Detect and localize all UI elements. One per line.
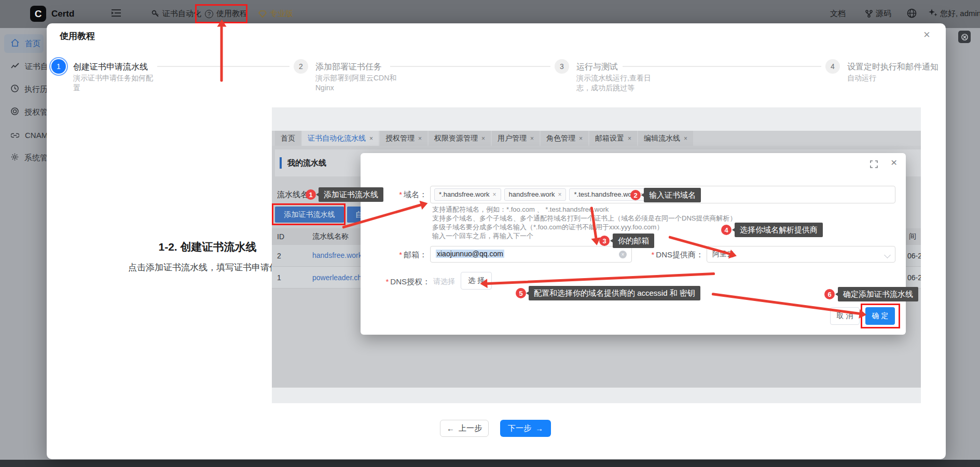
clock-icon [11, 85, 19, 94]
domain-help-text: 支持通配符域名，例如：*.foo.com 、 *.test.handsfree.… [432, 205, 736, 240]
home-icon [11, 39, 19, 48]
step-2-circle: 2 [294, 59, 308, 74]
step-connector [623, 66, 821, 67]
sparkles-icon[interactable] [928, 8, 938, 18]
annotation-badge-4: 4 [721, 225, 731, 235]
tab-cert-pipeline[interactable]: 证书自动化流水线× [302, 131, 379, 146]
certd-logo-icon: C [30, 6, 46, 22]
dns-provider-label: *DNS提供商： [643, 250, 703, 260]
col-name: 流水线名称 [312, 232, 349, 241]
annotation-tip-2: 输入证书域名 [644, 188, 701, 202]
tab-close-icon[interactable]: × [418, 135, 422, 142]
tab-home[interactable]: 首页 [275, 131, 301, 146]
step-1-circle: 1 [51, 59, 66, 74]
menu-pro-edition[interactable]: 专业版 [258, 9, 293, 19]
fullscreen-icon[interactable] [870, 160, 878, 170]
email-label: *邮箱： [371, 250, 427, 260]
annotation-badge-5: 5 [516, 288, 526, 298]
embed-tabbar: 首页 证书自动化流水线× 授权管理× 权限资源管理× 用户管理× 角色管理× 邮… [272, 131, 921, 146]
tutorial-modal-title: 使用教程 [60, 30, 95, 42]
step-3-title: 运行与测试 [576, 62, 618, 73]
email-value: xiaojunnuo@qq.com [436, 250, 504, 258]
dialog-close-icon[interactable]: × [891, 156, 897, 169]
left-sidebar: 首页 证书自 执行历 授权管 CNAME 系统管 [0, 28, 47, 460]
pipeline-card-title: 我的流水线 [287, 158, 326, 168]
step-2-title: 添加部署证书任务 [315, 62, 382, 73]
domain-tag: *.handsfree.work× [434, 188, 501, 201]
menu-cert-automation[interactable]: 证书自动化 [151, 9, 201, 19]
step-3-desc: 演示流水线运行,查看日志，成功后跳过等 [576, 73, 661, 93]
tutorial-close-icon[interactable]: × [923, 28, 930, 42]
step-connector [157, 66, 289, 67]
tab-mail[interactable]: 邮箱设置× [589, 131, 637, 146]
arrow-left-icon: ← [447, 424, 454, 433]
step-3-circle: 3 [555, 59, 569, 74]
tab-roles[interactable]: 角色管理× [541, 131, 588, 146]
tab-permission[interactable]: 权限资源管理× [429, 131, 491, 146]
next-step-button[interactable]: 下一步 → [500, 420, 551, 437]
tab-edit-pipeline[interactable]: 编辑流水线× [638, 131, 693, 146]
embed-footer-band [272, 388, 921, 403]
tab-auth[interactable]: 授权管理× [380, 131, 427, 146]
nav-source-link[interactable]: 源码 [865, 9, 891, 19]
tab-close-icon[interactable]: × [628, 135, 631, 142]
step-4-circle: 4 [825, 59, 840, 74]
dns-auth-label: *DNS授权： [371, 277, 430, 287]
tab-close-icon[interactable]: × [369, 135, 373, 142]
step-1-title: 创建证书申请流水线 [73, 62, 148, 73]
annotation-tip-6: 确定添加证书流水线 [838, 287, 918, 301]
gear-icon [11, 153, 19, 162]
tab-close-icon[interactable]: × [481, 135, 485, 142]
pipeline-link[interactable]: powerleader.chat [312, 273, 368, 282]
trend-chart-icon [11, 62, 19, 71]
highlight-box-confirm-button [861, 304, 900, 328]
tab-close-icon[interactable]: × [684, 135, 687, 142]
sidebar-collapse-icon[interactable] [112, 9, 121, 17]
key-icon [151, 10, 159, 18]
prev-step-button[interactable]: ← 上一步 [440, 420, 489, 437]
link-icon [11, 131, 19, 140]
tab-users[interactable]: 用户管理× [492, 131, 540, 146]
arrow-right-icon: → [535, 424, 543, 433]
globe-icon[interactable] [907, 8, 917, 18]
embed-header-band [272, 107, 921, 131]
vip-badge-icon [258, 10, 267, 18]
domain-tag: handsfree.work× [504, 188, 567, 201]
step-connector [390, 66, 550, 67]
col-id: ID [277, 232, 284, 241]
annotation-badge-3: 3 [599, 236, 610, 246]
annotation-tip-5: 配置和选择你的域名提供商的 accessid 和 密钥 [529, 286, 700, 300]
annotation-badge-1: 1 [306, 189, 316, 200]
annotation-tip-3: 你的邮箱 [613, 233, 654, 248]
pipeline-filter-label: 流水线名 [277, 190, 308, 200]
card-accent-bar [280, 157, 282, 169]
annotation-tip-1: 添加证书流水线 [319, 187, 383, 202]
step-1-desc: 演示证书申请任务如何配置 [73, 73, 158, 93]
clear-icon[interactable]: × [619, 251, 627, 258]
brand-title: Certd [51, 9, 74, 19]
tag-close-icon[interactable]: × [493, 189, 496, 200]
float-settings-icon[interactable] [958, 31, 971, 43]
highlight-box-add-button [272, 203, 346, 225]
nav-docs-link[interactable]: 文档 [830, 9, 846, 19]
step-4-desc: 自动运行 [847, 73, 932, 83]
git-fork-icon [865, 10, 873, 18]
sidebar-item-home[interactable]: 首页 [4, 34, 44, 53]
bullseye-icon [11, 107, 19, 117]
page-bottom-strip [0, 460, 980, 467]
tab-close-icon[interactable]: × [579, 135, 583, 142]
annotation-tip-4: 选择你域名解析提供商 [735, 223, 823, 237]
dns-auth-placeholder: 请选择 [433, 277, 455, 286]
tab-close-icon[interactable]: × [530, 135, 534, 142]
step-4-title: 设置定时执行和邮件通知 [847, 62, 938, 73]
annotation-badge-6: 6 [824, 289, 835, 299]
col-time: 间 [909, 232, 916, 241]
tag-close-icon[interactable]: × [558, 189, 561, 200]
annotation-arrow-to-tutorial-menu [220, 26, 223, 82]
annotation-badge-2: 2 [630, 190, 641, 200]
step-2-desc: 演示部署到阿里云CDN和Nginx [315, 73, 401, 93]
chevron-down-icon [884, 252, 891, 258]
user-greeting[interactable]: 您好, admin [940, 9, 980, 19]
email-input[interactable]: xiaojunnuo@qq.com × [430, 246, 632, 263]
